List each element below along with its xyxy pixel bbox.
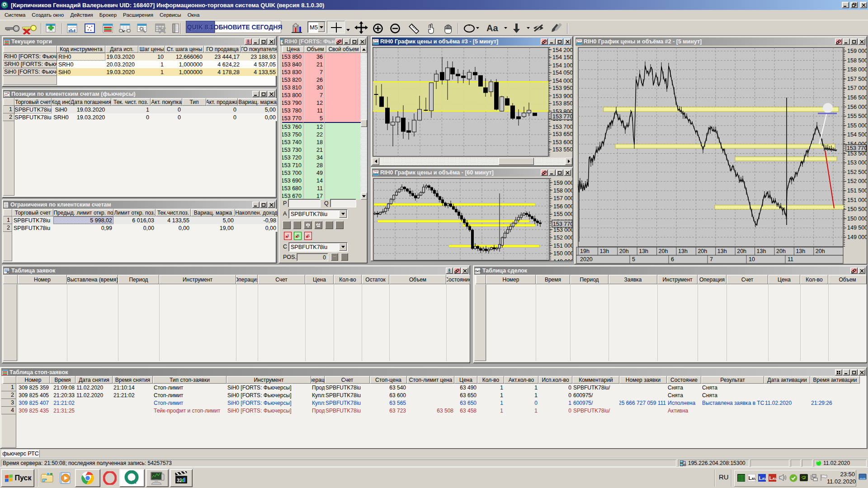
svg-text:153 770: 153 770 [552, 113, 572, 120]
svg-text:7: 7 [710, 256, 713, 263]
svg-text:153 700: 153 700 [552, 124, 572, 130]
svg-text:153 950: 153 950 [552, 85, 572, 91]
svg-text:158 000: 158 000 [553, 188, 572, 194]
svg-text:13h: 13h [757, 248, 766, 254]
svg-text:152 000: 152 000 [553, 235, 572, 241]
svg-text:20h: 20h [776, 248, 786, 254]
svg-text:152 500: 152 500 [847, 169, 867, 175]
svg-text:156 000: 156 000 [847, 104, 867, 110]
svg-text:158 500: 158 500 [847, 57, 867, 64]
svg-text:10: 10 [749, 256, 755, 263]
svg-text:13h: 13h [639, 248, 648, 254]
svg-text:13h: 13h [678, 248, 688, 254]
svg-text:152 000: 152 000 [847, 178, 867, 184]
svg-text:159 000: 159 000 [847, 48, 867, 54]
svg-text:150 500: 150 500 [847, 206, 867, 212]
svg-text:156 000: 156 000 [553, 203, 572, 210]
svg-text:153 650: 153 650 [552, 131, 572, 137]
svg-text:150 000: 150 000 [847, 216, 867, 222]
svg-text:153 770: 153 770 [553, 221, 572, 227]
svg-text:5: 5 [632, 256, 635, 263]
svg-text:157 000: 157 000 [847, 85, 867, 91]
svg-text:154 100: 154 100 [552, 62, 572, 69]
svg-text:154 000: 154 000 [552, 78, 572, 84]
svg-text:156 500: 156 500 [847, 94, 867, 101]
svg-text:11: 11 [788, 256, 793, 263]
svg-text:153 550: 153 550 [552, 146, 572, 153]
svg-text:157 500: 157 500 [847, 76, 867, 82]
svg-text:2020: 2020 [580, 256, 593, 263]
svg-text:13h: 13h [599, 248, 609, 254]
svg-text:149 000: 149 000 [847, 234, 867, 240]
svg-text:149 500: 149 500 [847, 225, 867, 231]
svg-text:13h: 13h [796, 248, 805, 254]
svg-text:20h: 20h [659, 248, 668, 254]
svg-text:154 200: 154 200 [552, 47, 572, 53]
svg-text:153 000: 153 000 [847, 160, 867, 166]
svg-text:158 000: 158 000 [847, 66, 867, 73]
svg-text:154 150: 154 150 [552, 54, 572, 61]
svg-text:154 500: 154 500 [847, 131, 867, 138]
svg-text:20h: 20h [698, 248, 707, 254]
svg-text:20h: 20h [816, 248, 825, 254]
svg-text:13h: 13h [717, 248, 727, 254]
svg-text:154 050: 154 050 [552, 70, 572, 76]
svg-text:150 000: 150 000 [553, 250, 572, 257]
svg-text:151 000: 151 000 [847, 197, 867, 203]
svg-text:Aa: Aa [486, 23, 498, 33]
svg-text:155 000: 155 000 [847, 122, 867, 129]
svg-text:20h: 20h [619, 248, 629, 254]
svg-text:153 770: 153 770 [847, 145, 867, 151]
svg-text:157 000: 157 000 [553, 195, 572, 202]
svg-text:6: 6 [671, 256, 674, 263]
svg-text:151 000: 151 000 [553, 243, 572, 249]
svg-text:149 000: 149 000 [553, 258, 572, 261]
svg-text:153 600: 153 600 [552, 139, 572, 145]
svg-text:20h: 20h [737, 248, 746, 254]
svg-text:19h: 19h [580, 248, 590, 254]
svg-text:155 000: 155 000 [553, 211, 572, 217]
svg-text:159 000: 159 000 [553, 180, 572, 186]
svg-text:153 850: 153 850 [552, 100, 572, 107]
svg-text:155 500: 155 500 [847, 113, 867, 119]
svg-text:153 900: 153 900 [552, 93, 572, 99]
svg-text:153 000: 153 000 [553, 227, 572, 233]
svg-text:151 500: 151 500 [847, 188, 867, 194]
